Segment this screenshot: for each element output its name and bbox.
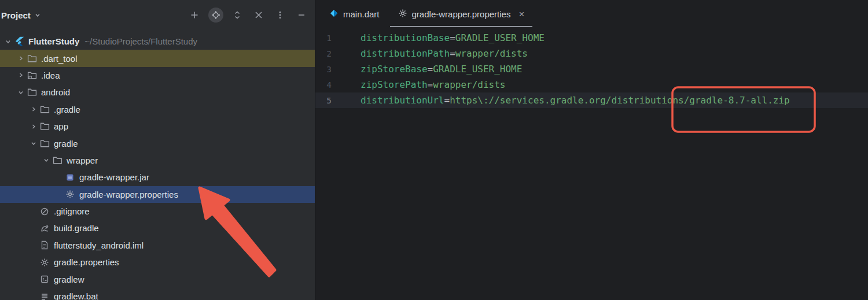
tree-item-gitignore[interactable]: .gitignore bbox=[0, 203, 315, 220]
tree-item-label: android bbox=[41, 87, 70, 97]
tab-main-dart[interactable]: main.dart bbox=[320, 0, 389, 28]
editor-tab-bar: main.dart gradle-wrapper.properties × bbox=[315, 0, 868, 28]
tree-item-gradle[interactable]: gradle bbox=[0, 135, 315, 151]
gear-icon bbox=[39, 257, 50, 268]
root-project-path: ~/StudioProjects/FlutterStudy bbox=[84, 36, 197, 46]
chevron-right-icon[interactable] bbox=[15, 55, 27, 62]
flutter-icon bbox=[14, 36, 24, 47]
tree-item-label: app bbox=[54, 121, 68, 131]
property-key: zipStoreBase bbox=[361, 64, 428, 75]
tree-item-idea[interactable]: .idea bbox=[0, 67, 315, 84]
tab-gradle-wrapper-properties[interactable]: gradle-wrapper.properties × bbox=[389, 0, 534, 28]
code-line: 3 zipStoreBase=GRADLE_USER_HOME bbox=[315, 61, 868, 77]
folder-icon bbox=[39, 138, 50, 149]
line-number: 2 bbox=[315, 49, 332, 58]
tree-item-label: gradlew bbox=[54, 275, 84, 284]
tree-item-label: gradle bbox=[54, 139, 78, 149]
folder-icon bbox=[52, 155, 62, 165]
gear-icon bbox=[398, 9, 407, 20]
property-value: wrapper/dists bbox=[455, 48, 528, 59]
tree-item-gradlew[interactable]: gradlew bbox=[0, 271, 315, 287]
chevron-right-icon[interactable] bbox=[28, 106, 39, 113]
property-value: https\://services.gradle.org/distributio… bbox=[450, 95, 790, 106]
chevron-right-icon[interactable] bbox=[28, 123, 39, 130]
tree-item-dart-tool[interactable]: .dart_tool bbox=[0, 50, 315, 66]
hide-panel-icon[interactable] bbox=[294, 8, 309, 23]
property-value: GRADLE_USER_HOME bbox=[433, 64, 522, 75]
editor-area: main.dart gradle-wrapper.properties × 1 … bbox=[315, 0, 868, 300]
chevron-down-icon[interactable] bbox=[15, 89, 27, 96]
collapse-all-icon[interactable] bbox=[251, 8, 266, 23]
chevron-down-icon[interactable] bbox=[41, 157, 52, 164]
locate-file-icon[interactable] bbox=[208, 8, 223, 23]
chevron-down-icon bbox=[34, 10, 41, 20]
tab-label: gradle-wrapper.properties bbox=[412, 9, 511, 19]
property-key: distributionBase bbox=[361, 32, 450, 43]
tree-item-flutterstudy-android-iml[interactable]: flutterstudy_android.iml bbox=[0, 237, 315, 254]
file-icon bbox=[39, 274, 50, 284]
property-value: GRADLE_USER_HOME bbox=[455, 32, 545, 43]
idea-folder-icon bbox=[27, 70, 37, 80]
tree-item-label: .idea bbox=[41, 71, 60, 80]
chevron-down-icon[interactable] bbox=[28, 140, 39, 147]
line-number: 4 bbox=[315, 80, 332, 90]
project-tool-window: Project bbox=[0, 0, 315, 300]
line-number: 1 bbox=[315, 34, 332, 43]
tree-item-gradle-properties[interactable]: gradle.properties bbox=[0, 254, 315, 271]
panel-divider bbox=[315, 0, 315, 300]
code-editor[interactable]: 1 distributionBase=GRADLE_USER_HOME 2 di… bbox=[315, 28, 868, 108]
equals-sign: = bbox=[428, 64, 433, 75]
code-line: 1 distributionBase=GRADLE_USER_HOME bbox=[315, 30, 868, 46]
tree-item-label: flutterstudy_android.iml bbox=[54, 240, 144, 250]
code-line-current: 5 distributionUrl=https\://services.grad… bbox=[315, 92, 868, 108]
lines-file-icon bbox=[39, 291, 50, 300]
code-line: 4 zipStorePath=wrapper/dists bbox=[315, 77, 868, 92]
code-line: 2 distributionPath=wrapper/dists bbox=[315, 46, 868, 61]
file-icon bbox=[39, 240, 50, 250]
tree-item-gradle-wrapper-properties[interactable]: gradle-wrapper.properties bbox=[0, 186, 315, 203]
project-panel-header: Project bbox=[0, 0, 315, 30]
tree-item-build-gradle[interactable]: build.gradle bbox=[0, 220, 315, 236]
tree-item-label: .gradle bbox=[54, 105, 80, 114]
project-view-selector[interactable]: Project bbox=[1, 10, 41, 20]
property-key: distributionPath bbox=[361, 48, 450, 59]
tree-item-wrapper[interactable]: wrapper bbox=[0, 152, 315, 169]
more-options-icon[interactable] bbox=[273, 8, 288, 23]
tree-item-dot-gradle[interactable]: .gradle bbox=[0, 101, 315, 118]
root-project-name: FlutterStudy bbox=[28, 36, 79, 46]
tree-item-gradle-wrapper-jar[interactable]: gradle-wrapper.jar bbox=[0, 169, 315, 186]
tab-label: main.dart bbox=[343, 9, 380, 19]
folder-icon bbox=[39, 104, 50, 114]
folder-icon bbox=[39, 121, 50, 132]
ignore-icon bbox=[39, 206, 50, 217]
chevron-down-icon[interactable] bbox=[2, 38, 14, 45]
close-tab-icon[interactable]: × bbox=[518, 9, 524, 19]
tree-item-label: gradle.properties bbox=[54, 257, 119, 267]
dart-icon bbox=[329, 9, 339, 20]
project-panel-toolbar bbox=[187, 8, 309, 23]
line-number: 5 bbox=[315, 96, 332, 105]
tree-item-label: gradle-wrapper.jar bbox=[79, 172, 149, 182]
property-value: wrapper/dists bbox=[433, 79, 505, 90]
add-icon[interactable] bbox=[187, 8, 202, 23]
folder-icon bbox=[27, 53, 37, 64]
tree-item-app[interactable]: app bbox=[0, 118, 315, 135]
equals-sign: = bbox=[450, 32, 455, 43]
ide-window: Project bbox=[0, 0, 868, 300]
line-number: 3 bbox=[315, 65, 332, 74]
property-key: distributionUrl bbox=[361, 95, 444, 106]
tree-item-flutterstudy-root[interactable]: FlutterStudy ~/StudioProjects/FlutterStu… bbox=[0, 33, 315, 50]
chevron-right-icon[interactable] bbox=[15, 72, 27, 79]
tree-item-android[interactable]: android bbox=[0, 84, 315, 101]
tree-item-label: .dart_tool bbox=[41, 54, 78, 64]
tree-item-label: wrapper bbox=[67, 155, 98, 165]
jar-icon bbox=[65, 172, 75, 183]
gear-icon bbox=[65, 189, 75, 199]
expand-all-icon[interactable] bbox=[230, 8, 245, 23]
tree-item-label: build.gradle bbox=[54, 223, 99, 233]
equals-sign: = bbox=[450, 48, 455, 59]
equals-sign: = bbox=[444, 95, 450, 106]
tree-item-label: .gitignore bbox=[54, 206, 90, 216]
equals-sign: = bbox=[428, 79, 433, 90]
tree-item-gradlew-bat[interactable]: gradlew.bat bbox=[0, 288, 315, 300]
